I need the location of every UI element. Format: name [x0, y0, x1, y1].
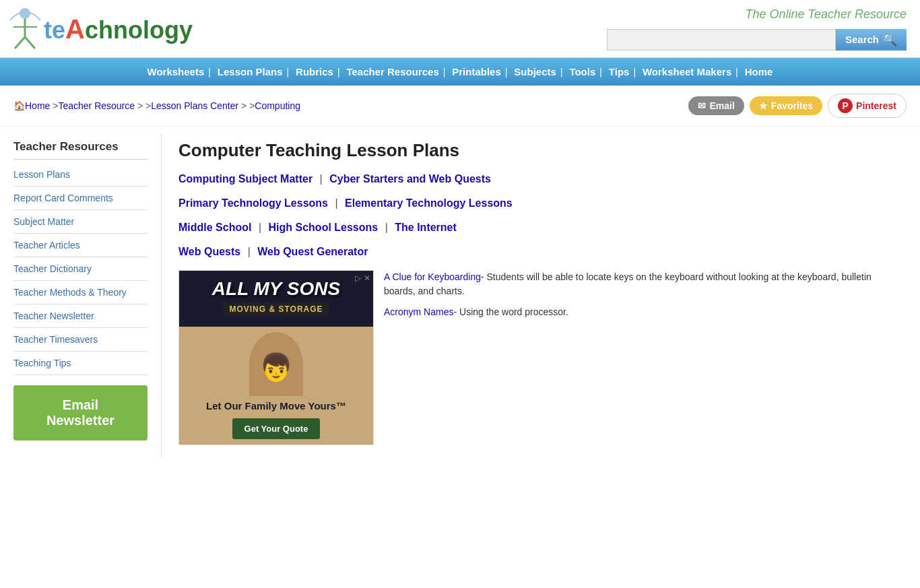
email-icon: ✉: [698, 100, 706, 111]
svg-line-3: [15, 37, 25, 48]
social-buttons: ✉ Email ★ Favorites P Pinterest: [688, 94, 907, 118]
favorites-social-label: Favorites: [771, 100, 813, 111]
sidebar-item-teacher-articles[interactable]: Teacher Articles: [13, 234, 147, 257]
lesson-desc-acronym: - Using the word processor.: [453, 306, 568, 317]
nav-tools[interactable]: Tools: [565, 66, 599, 77]
site-header: teAchnology The Online Teacher Resource …: [0, 0, 920, 58]
tagline: The Online Teacher Resource: [746, 7, 907, 22]
nav-lesson-plans[interactable]: Lesson Plans: [213, 66, 287, 77]
sidebar-item-lesson-plans[interactable]: Lesson Plans: [13, 163, 147, 186]
svg-point-0: [20, 8, 30, 19]
logo-icon: [7, 7, 44, 51]
home-icon: 🏠: [13, 100, 25, 111]
lesson-link-keyboarding[interactable]: A Clue for Keyboarding: [384, 271, 481, 282]
navbar: Worksheets| Lesson Plans| Rubrics| Teach…: [0, 58, 920, 86]
email-social-button[interactable]: ✉ Email: [688, 96, 744, 115]
list-item: Teacher Timesavers: [13, 328, 147, 352]
link-high-school-lessons[interactable]: High School Lessons: [269, 222, 379, 233]
list-item: Report Card Comments: [13, 187, 147, 210]
pinterest-social-button[interactable]: P Pinterest: [828, 94, 907, 118]
content-area: Computer Teaching Lesson Plans Computing…: [162, 133, 920, 457]
list-item: Teaching Tips: [13, 352, 147, 375]
breadcrumb: 🏠Home >Teacher Resource > >Lesson Plans …: [13, 100, 300, 111]
lesson-item-1: A Clue for Keyboarding- Students will be…: [384, 270, 903, 298]
main-layout: Teacher Resources Lesson Plans Report Ca…: [0, 127, 920, 464]
link-row-3: Middle School | High School Lessons | Th…: [178, 222, 903, 234]
search-label: Search: [845, 34, 879, 45]
sidebar-item-subject-matter[interactable]: Subject Matter: [13, 210, 147, 233]
search-icon: 🔍: [882, 32, 897, 47]
nav-subjects[interactable]: Subjects: [510, 66, 560, 77]
nav-rubrics[interactable]: Rubrics: [292, 66, 337, 77]
advertisement: ▷ ✕ ALL MY SONS MOVING & STORAGE 👦 Let O…: [178, 270, 374, 445]
ad-cta-button[interactable]: Get Your Quote: [232, 418, 321, 439]
link-elementary-technology[interactable]: Elementary Technology Lessons: [345, 197, 513, 209]
lesson-list: A Clue for Keyboarding- Students will be…: [384, 270, 903, 445]
lesson-link-acronym[interactable]: Acronym Names: [384, 306, 453, 317]
lesson-item-2: Acronym Names- Using the word processor.: [384, 305, 903, 319]
sidebar: Teacher Resources Lesson Plans Report Ca…: [0, 133, 162, 457]
pinterest-icon: P: [838, 98, 853, 113]
link-web-quest-generator[interactable]: Web Quest Generator: [257, 246, 368, 257]
link-the-internet[interactable]: The Internet: [395, 222, 457, 233]
breadcrumb-computing[interactable]: Computing: [255, 100, 300, 111]
breadcrumb-lesson-plans-center[interactable]: Lesson Plans Center: [151, 100, 238, 111]
breadcrumb-teacher-resource[interactable]: Teacher Resource: [58, 100, 135, 111]
ad-brand: ALL MY SONS: [187, 279, 365, 300]
sidebar-item-teaching-tips[interactable]: Teaching Tips: [13, 352, 147, 374]
link-row-1: Computing Subject Matter | Cyber Starter…: [178, 173, 903, 185]
ad-kid-image: 👦: [249, 332, 303, 396]
nav-printables[interactable]: Printables: [448, 66, 505, 77]
list-item: Subject Matter: [13, 210, 147, 234]
nav-worksheets[interactable]: Worksheets: [143, 66, 209, 77]
email-social-label: Email: [709, 100, 734, 111]
link-web-quests[interactable]: Web Quests: [178, 246, 240, 257]
sidebar-nav: Lesson Plans Report Card Comments Subjec…: [13, 163, 147, 375]
sidebar-item-teacher-dictionary[interactable]: Teacher Dictionary: [13, 257, 147, 280]
pinterest-social-label: Pinterest: [856, 100, 896, 111]
list-item: Teacher Articles: [13, 234, 147, 257]
sidebar-item-teacher-timesavers[interactable]: Teacher Timesavers: [13, 328, 147, 351]
link-primary-technology[interactable]: Primary Technology Lessons: [178, 197, 328, 209]
link-computing-subject-matter[interactable]: Computing Subject Matter: [178, 173, 313, 185]
list-item: Teacher Newsletter: [13, 304, 147, 328]
ad-subtitle: MOVING & STORAGE: [224, 302, 328, 316]
breadcrumb-home[interactable]: Home: [25, 100, 50, 111]
svg-line-4: [25, 37, 35, 48]
ad-play-control[interactable]: ▷: [355, 273, 361, 283]
star-icon: ★: [759, 100, 768, 111]
sidebar-item-teacher-methods[interactable]: Teacher Methods & Theory: [13, 281, 147, 304]
nav-home[interactable]: Home: [741, 66, 777, 77]
page-title: Computer Teaching Lesson Plans: [178, 140, 903, 161]
nav-tips[interactable]: Tips: [605, 66, 634, 77]
list-item: Lesson Plans: [13, 163, 147, 187]
nav-worksheet-makers[interactable]: Worksheet Makers: [638, 66, 735, 77]
search-input[interactable]: [607, 29, 836, 51]
logo-area: teAchnology: [7, 7, 193, 51]
ad-tagline: Let Our Family Move Yours™: [185, 400, 368, 412]
sidebar-item-teacher-newsletter[interactable]: Teacher Newsletter: [13, 304, 147, 327]
link-cyber-starters[interactable]: Cyber Starters and Web Quests: [329, 173, 491, 185]
sidebar-item-report-card[interactable]: Report Card Comments: [13, 187, 147, 209]
header-right: The Online Teacher Resource Search 🔍: [607, 7, 907, 51]
link-row-2: Primary Technology Lessons | Elementary …: [178, 197, 903, 209]
link-row-4: Web Quests | Web Quest Generator: [178, 246, 903, 258]
ad-and-lessons: ▷ ✕ ALL MY SONS MOVING & STORAGE 👦 Let O…: [178, 270, 903, 445]
ad-close-control[interactable]: ✕: [364, 273, 370, 283]
nav-teacher-resources[interactable]: Teacher Resources: [342, 66, 442, 77]
search-button[interactable]: Search 🔍: [836, 29, 907, 51]
email-newsletter-button[interactable]: Email Newsletter: [13, 385, 147, 440]
list-item: Teacher Methods & Theory: [13, 281, 147, 304]
link-middle-school[interactable]: Middle School: [178, 222, 251, 233]
list-item: Teacher Dictionary: [13, 257, 147, 281]
favorites-social-button[interactable]: ★ Favorites: [750, 96, 822, 115]
search-area: Search 🔍: [607, 29, 907, 51]
sidebar-heading: Teacher Resources: [13, 140, 147, 160]
logo-text: teAchnology: [44, 15, 193, 42]
breadcrumb-row: 🏠Home >Teacher Resource > >Lesson Plans …: [0, 86, 920, 127]
